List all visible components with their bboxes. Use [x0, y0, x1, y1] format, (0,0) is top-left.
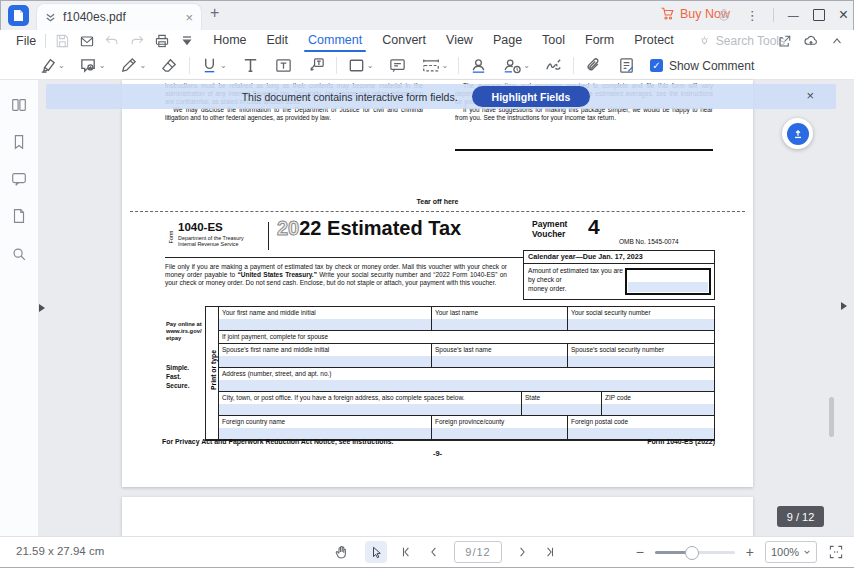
save-icon[interactable]: [54, 33, 70, 49]
form-title-text: Estimated Tax: [327, 217, 461, 239]
state-input[interactable]: [522, 404, 601, 415]
maximize-button[interactable]: [813, 9, 825, 21]
field-label: Spouse’s last name: [432, 344, 567, 356]
first-name-input[interactable]: [219, 319, 431, 330]
search-tools[interactable]: Search Tools: [698, 34, 785, 48]
zoom-in-button[interactable]: +: [746, 545, 754, 559]
left-sidebar: [0, 80, 39, 536]
city-input[interactable]: [219, 404, 521, 415]
underline-tool[interactable]: ⌄: [200, 56, 227, 75]
ssn-input[interactable]: [568, 319, 714, 330]
checkbox-checked-icon[interactable]: ✓: [650, 59, 663, 72]
form-number: 1040-ES: [178, 221, 223, 233]
text-box-tool[interactable]: [274, 56, 293, 75]
spouse-ssn-input[interactable]: [568, 356, 714, 367]
pencil-tool[interactable]: ⌄: [119, 56, 146, 75]
menu-protect[interactable]: Protect: [624, 30, 684, 52]
comment-summary-tool[interactable]: [617, 56, 636, 75]
undo-icon[interactable]: [104, 33, 120, 49]
amount-cell: Amount of estimated tax you are paying b…: [523, 264, 715, 300]
notification-close-icon[interactable]: ×: [806, 88, 814, 103]
table-row: Spouse’s first name and middle initial S…: [219, 343, 714, 367]
comments-panel-icon[interactable]: [10, 170, 28, 188]
zip-input[interactable]: [602, 404, 714, 415]
footer-left: For Privacy Act and Paperwork Reduction …: [162, 438, 394, 445]
search-panel-icon[interactable]: [10, 245, 28, 263]
vertical-scrollbar-thumb[interactable]: [829, 397, 834, 437]
table-row: City, town, or post office. If you have …: [219, 391, 714, 415]
select-tool[interactable]: [365, 541, 387, 563]
comment-box-tool[interactable]: [388, 56, 407, 75]
expand-right-panel-handle[interactable]: [841, 302, 847, 310]
last-page-button[interactable]: [542, 545, 556, 559]
zoom-slider[interactable]: [655, 546, 735, 558]
custom-stamp-tool[interactable]: ⌄: [502, 56, 530, 75]
signature-tool[interactable]: [544, 56, 563, 75]
bookmarks-panel-icon[interactable]: [10, 133, 28, 151]
fit-screen-button[interactable]: [828, 544, 844, 560]
cloud-upload-icon[interactable]: [803, 33, 819, 49]
next-page-button[interactable]: [515, 545, 529, 559]
previous-page-button[interactable]: [427, 545, 441, 559]
sticky-note-tool[interactable]: ⌄: [79, 56, 106, 75]
app-logo-icon[interactable]: [8, 5, 29, 26]
text-tool[interactable]: [241, 56, 260, 75]
field-label: Foreign postal code: [568, 416, 714, 428]
tab-close-icon[interactable]: ×: [185, 10, 193, 25]
share-icon[interactable]: [777, 34, 792, 49]
pdf-page-9: instructions must be retained as long as…: [122, 80, 753, 487]
first-page-button[interactable]: [400, 545, 414, 559]
redo-icon[interactable]: [129, 33, 145, 49]
hand-tool[interactable]: [330, 541, 352, 563]
promo-ornament-icon[interactable]: [716, 7, 732, 23]
new-tab-button[interactable]: +: [210, 4, 219, 22]
more-tools-icon[interactable]: [179, 33, 195, 49]
highlighter-tool[interactable]: ⌄: [38, 56, 65, 75]
floating-action-button[interactable]: [782, 118, 813, 149]
comment-toolbar: ⌄ ⌄ ⌄ ⌄ ⌄ ⌄ ⌄ ✓ Sho: [0, 52, 854, 80]
address-input[interactable]: [219, 380, 714, 391]
highlight-fields-button[interactable]: Highlight Fields: [472, 86, 591, 107]
menu-comment[interactable]: Comment: [298, 30, 372, 52]
callout-tool[interactable]: [307, 56, 326, 75]
mail-icon[interactable]: [79, 33, 95, 49]
page-indicator-badge: 9 / 12: [777, 506, 824, 527]
menu-convert[interactable]: Convert: [372, 30, 436, 52]
menu-view[interactable]: View: [436, 30, 483, 52]
last-name-input[interactable]: [432, 319, 567, 330]
eraser-tool[interactable]: [160, 56, 179, 75]
thumbnails-panel-icon[interactable]: [10, 96, 28, 114]
divider: [45, 34, 46, 48]
rectangle-tool[interactable]: ⌄: [347, 56, 374, 75]
spouse-first-name-input[interactable]: [219, 356, 431, 367]
window-close-button[interactable]: ×: [839, 7, 848, 23]
tab-chevrons-icon[interactable]: [45, 12, 56, 23]
measure-tool[interactable]: ⌄: [421, 56, 449, 75]
print-icon[interactable]: [154, 33, 170, 49]
stamp-tool[interactable]: [469, 56, 488, 75]
calendar-due-cell: Calendar year—Due Jan. 17, 2023: [523, 250, 715, 264]
document-tab[interactable]: f1040es.pdf ×: [36, 3, 202, 30]
attachment-tool[interactable]: [584, 56, 603, 75]
show-comment-toggle[interactable]: ✓ Show Comment: [650, 59, 754, 73]
minimize-button[interactable]: —: [788, 10, 799, 21]
page-number-input[interactable]: 9/12: [454, 541, 502, 563]
menu-edit[interactable]: Edit: [257, 30, 299, 52]
page-dimensions-label: 21.59 x 27.94 cm: [16, 545, 104, 557]
zoom-out-button[interactable]: −: [636, 545, 644, 559]
spouse-last-name-input[interactable]: [432, 356, 567, 367]
menu-page[interactable]: Page: [483, 30, 532, 52]
collapse-toolbar-icon[interactable]: [830, 34, 844, 48]
menu-tool[interactable]: Tool: [532, 30, 575, 52]
menu-file[interactable]: File: [16, 34, 36, 48]
expand-left-panel-handle[interactable]: [39, 304, 45, 312]
menu-form[interactable]: Form: [575, 30, 624, 52]
zoom-level-select[interactable]: 100%: [765, 541, 817, 563]
menu-home[interactable]: Home: [203, 30, 256, 52]
amount-field[interactable]: [628, 282, 708, 292]
simple-fast-secure-note: Simple.Fast.Secure.: [166, 364, 190, 390]
more-options-button[interactable]: ⋮: [746, 8, 759, 23]
zoom-slider-thumb[interactable]: [685, 546, 699, 560]
attachments-panel-icon[interactable]: [10, 207, 28, 225]
amount-input-box[interactable]: [625, 268, 711, 295]
